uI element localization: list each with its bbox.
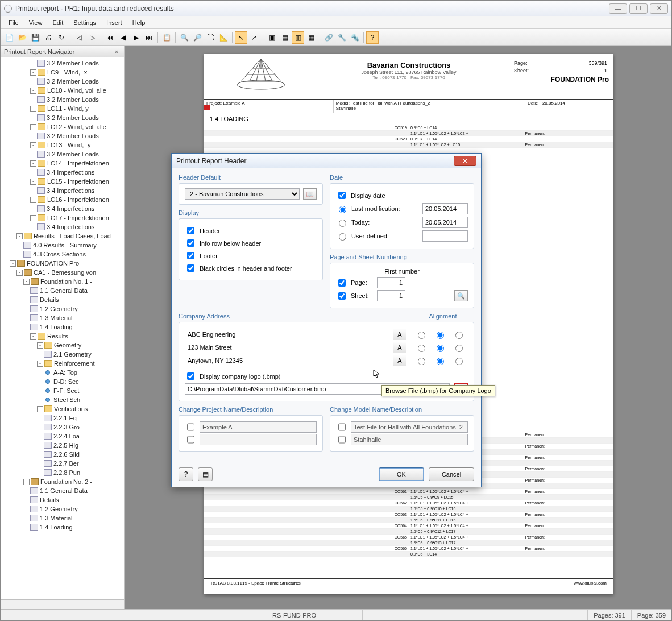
addr-line3[interactable] <box>185 355 388 366</box>
align2-center[interactable] <box>437 345 444 352</box>
tree-item[interactable]: -Geometry <box>1 341 124 350</box>
tb-pointer-icon[interactable]: ↗ <box>248 31 260 44</box>
chk-page-num[interactable] <box>338 279 346 287</box>
tb-zoomout-icon[interactable]: 🔎 <box>191 31 204 44</box>
addr-line2[interactable] <box>185 342 388 353</box>
align3-right[interactable] <box>455 358 463 365</box>
tb-print-icon[interactable]: 🖨 <box>42 31 55 44</box>
tree-item[interactable]: 1.3 Material <box>1 514 124 523</box>
tree-item[interactable]: Details <box>1 295 124 304</box>
tb-back-icon[interactable]: ◀ <box>117 31 129 44</box>
help-button[interactable]: ? <box>179 467 193 481</box>
align3-left[interactable] <box>418 358 425 365</box>
tree-item[interactable]: 3.2 Member Loads <box>1 95 124 104</box>
align1-center[interactable] <box>437 332 444 339</box>
tb-page4-icon[interactable]: ▦ <box>305 31 317 44</box>
tree-item[interactable]: -CA1 - Bemessung von <box>1 268 124 277</box>
tree-item[interactable]: 1.4 Loading <box>1 322 124 332</box>
tree-item[interactable]: 1.1 General Data <box>1 286 124 295</box>
date-user-val[interactable] <box>422 230 468 242</box>
chk-proj2[interactable] <box>187 436 194 444</box>
tree-item[interactable]: 3.2 Member Loads <box>1 59 124 68</box>
page-num-val[interactable] <box>377 277 405 288</box>
font1-icon[interactable]: A <box>393 329 406 340</box>
date-today-val[interactable] <box>422 217 468 228</box>
header-default-select[interactable]: 2 - Bavarian Constructions <box>185 188 300 200</box>
font3-icon[interactable]: A <box>393 355 406 366</box>
align1-right[interactable] <box>455 332 463 339</box>
tb-prev-icon[interactable]: ◁ <box>73 31 85 44</box>
tree-item[interactable]: 2.1 Geometry <box>1 350 124 359</box>
chk-header[interactable] <box>187 227 194 234</box>
navigator-tree[interactable]: 3.2 Member Loads-LC9 - Wind, -x3.2 Membe… <box>1 57 124 599</box>
header-default-edit-icon[interactable]: 📖 <box>303 188 317 200</box>
tree-item[interactable]: 4.0 Results - Summary <box>1 241 124 250</box>
chk-logo[interactable] <box>187 372 194 380</box>
tree-item[interactable]: -FOUNDATION Pro <box>1 259 124 268</box>
tb-open-icon[interactable]: 📂 <box>16 31 28 44</box>
align3-center[interactable] <box>437 358 444 365</box>
tree-item[interactable]: 3.4 Imperfections <box>1 204 124 213</box>
tb-fwd-icon[interactable]: ▶ <box>130 31 142 44</box>
tree-item[interactable]: 2.2.8 Pun <box>1 468 124 477</box>
tree-item[interactable]: -Foundation No. 2 - <box>1 477 124 486</box>
chk-inforow[interactable] <box>187 239 194 247</box>
cancel-button[interactable]: Cancel <box>429 467 474 481</box>
tree-item[interactable]: 3.4 Imperfections <box>1 186 124 195</box>
tree-item[interactable]: 1.1 General Data <box>1 486 124 495</box>
tb-page3-icon[interactable]: ▥ <box>292 31 304 44</box>
tb-select-icon[interactable]: ↖ <box>235 31 247 44</box>
align2-left[interactable] <box>418 345 425 352</box>
radio-last-mod[interactable] <box>339 206 346 213</box>
tb-save-icon[interactable]: 💾 <box>29 31 42 44</box>
tree-item[interactable]: -LC11 - Wind, y <box>1 104 124 113</box>
chk-model1[interactable] <box>338 423 346 431</box>
tb-zoomin-icon[interactable]: 🔍 <box>178 31 190 44</box>
tb-zoomfit-icon[interactable]: ⛶ <box>204 31 217 44</box>
model-desc-field[interactable] <box>351 434 468 445</box>
tb-help-icon[interactable]: ? <box>366 31 379 44</box>
date-last-val[interactable] <box>422 203 468 214</box>
tree-item[interactable]: 2.2.4 Loa <box>1 432 124 441</box>
radio-user[interactable] <box>339 233 346 241</box>
tree-item[interactable]: 1.4 Loading <box>1 523 124 532</box>
chk-model2[interactable] <box>338 436 346 444</box>
defaults-button[interactable]: ▤ <box>198 467 213 481</box>
tree-item[interactable]: 3.2 Member Loads <box>1 150 124 159</box>
tree-item[interactable]: 1.2 Geometry <box>1 304 124 313</box>
tree-item[interactable]: -LC17 - Imperfektionen <box>1 213 124 222</box>
numbering-settings-icon[interactable]: 🔍 <box>454 290 468 301</box>
tb-refresh-icon[interactable]: ↻ <box>55 31 68 44</box>
dialog-close-button[interactable]: ✕ <box>454 156 476 166</box>
proj-name-field[interactable] <box>200 421 317 433</box>
menu-help[interactable]: Help <box>128 18 150 27</box>
ok-button[interactable]: OK <box>379 467 424 481</box>
maximize-button[interactable]: ☐ <box>629 3 648 14</box>
menu-file[interactable]: File <box>4 18 23 27</box>
tree-item[interactable]: 1.3 Material <box>1 313 124 322</box>
model-name-field[interactable] <box>351 421 468 433</box>
tree-item[interactable]: -Results - Load Cases, Load <box>1 231 124 241</box>
tree-item[interactable]: -LC13 - Wind, -y <box>1 140 124 150</box>
tree-item[interactable]: -LC15 - Imperfektionen <box>1 177 124 186</box>
tree-item[interactable]: 1.2 Geometry <box>1 504 124 514</box>
menu-view[interactable]: View <box>24 18 47 27</box>
tree-item[interactable]: Steel Sch <box>1 395 124 404</box>
tb-last-icon[interactable]: ⏭ <box>143 31 155 44</box>
tb-tool1-icon[interactable]: 🔧 <box>335 31 348 44</box>
align2-right[interactable] <box>455 345 463 352</box>
chk-display-date[interactable] <box>338 192 346 199</box>
tree-item[interactable]: 2.2.5 Hig <box>1 441 124 450</box>
tree-item[interactable]: -Verifications <box>1 404 124 413</box>
proj-desc-field[interactable] <box>200 434 317 445</box>
chk-sheet-num[interactable] <box>338 292 346 300</box>
menu-insert[interactable]: Insert <box>102 18 127 27</box>
align1-left[interactable] <box>418 332 425 339</box>
menu-settings[interactable]: Settings <box>69 18 101 27</box>
addr-line1[interactable] <box>185 329 388 340</box>
tree-item[interactable]: F-F: Sect <box>1 386 124 395</box>
navigator-hscroll[interactable] <box>1 599 124 609</box>
tree-item[interactable]: -Results <box>1 332 124 341</box>
tree-item[interactable]: 3.4 Imperfections <box>1 168 124 177</box>
tree-item[interactable]: 3.4 Imperfections <box>1 222 124 231</box>
